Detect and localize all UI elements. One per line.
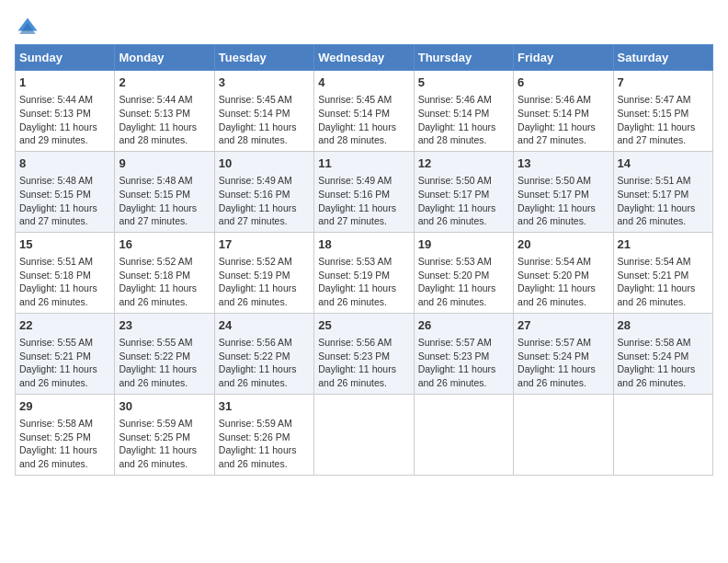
day-info: Daylight: 11 hours <box>518 121 609 134</box>
calendar-cell: 3Sunrise: 5:45 AMSunset: 5:14 PMDaylight… <box>214 71 313 152</box>
day-info: Daylight: 11 hours <box>618 362 709 376</box>
day-info: Daylight: 11 hours <box>318 121 409 134</box>
calendar-cell: 17Sunrise: 5:52 AMSunset: 5:19 PMDayligh… <box>214 232 313 313</box>
day-info: Daylight: 11 hours <box>119 443 210 457</box>
day-info: Daylight: 11 hours <box>618 121 709 134</box>
day-number: 22 <box>19 317 110 334</box>
day-info: Sunset: 5:17 PM <box>618 188 709 201</box>
day-number: 5 <box>418 75 509 91</box>
day-info: and 26 minutes. <box>318 295 409 309</box>
day-info: Daylight: 11 hours <box>219 201 310 215</box>
day-info: Daylight: 11 hours <box>318 362 409 376</box>
day-info: Sunset: 5:16 PM <box>318 188 409 201</box>
calendar-cell: 8Sunrise: 5:48 AMSunset: 5:15 PMDaylight… <box>16 151 115 232</box>
calendar-cell: 24Sunrise: 5:56 AMSunset: 5:22 PMDayligh… <box>214 313 313 394</box>
day-number: 23 <box>119 317 210 334</box>
day-info: and 26 minutes. <box>19 376 110 390</box>
day-info: Sunset: 5:14 PM <box>219 107 310 121</box>
calendar-cell <box>613 394 712 475</box>
day-info: and 26 minutes. <box>518 295 609 309</box>
calendar-cell: 20Sunrise: 5:54 AMSunset: 5:20 PMDayligh… <box>514 232 613 313</box>
day-info: Sunset: 5:15 PM <box>119 188 210 201</box>
day-info: and 26 minutes. <box>119 376 210 390</box>
day-info: Daylight: 11 hours <box>618 282 709 295</box>
day-info: Daylight: 11 hours <box>119 121 210 134</box>
calendar-header-monday: Monday <box>115 45 214 71</box>
day-info: and 26 minutes. <box>418 295 509 309</box>
day-info: and 26 minutes. <box>19 457 110 471</box>
calendar-week-row: 1Sunrise: 5:44 AMSunset: 5:13 PMDaylight… <box>16 71 713 152</box>
day-info: Sunrise: 5:58 AM <box>19 417 110 431</box>
day-number: 16 <box>119 236 210 253</box>
day-info: Sunset: 5:15 PM <box>19 188 110 201</box>
day-number: 25 <box>318 317 409 334</box>
day-info: Daylight: 11 hours <box>119 282 210 295</box>
day-info: Sunrise: 5:56 AM <box>318 336 409 350</box>
day-info: Daylight: 11 hours <box>119 362 210 376</box>
day-info: Sunset: 5:25 PM <box>19 431 110 444</box>
day-info: Sunrise: 5:50 AM <box>418 174 509 188</box>
day-info: Daylight: 11 hours <box>19 362 110 376</box>
day-info: Daylight: 11 hours <box>219 362 310 376</box>
day-info: Daylight: 11 hours <box>318 201 409 215</box>
calendar-cell: 23Sunrise: 5:55 AMSunset: 5:22 PMDayligh… <box>115 313 214 394</box>
day-number: 2 <box>119 75 210 91</box>
calendar-cell: 11Sunrise: 5:49 AMSunset: 5:16 PMDayligh… <box>314 151 414 232</box>
day-info: Sunset: 5:20 PM <box>518 269 609 282</box>
day-number: 9 <box>119 155 210 172</box>
day-info: and 27 minutes. <box>618 133 709 147</box>
day-info: and 26 minutes. <box>618 376 709 390</box>
calendar-cell <box>414 394 513 475</box>
day-number: 14 <box>618 155 709 172</box>
day-info: Sunset: 5:19 PM <box>318 269 409 282</box>
calendar-cell: 2Sunrise: 5:44 AMSunset: 5:13 PMDaylight… <box>115 71 214 152</box>
day-info: and 26 minutes. <box>19 295 110 309</box>
day-info: Sunrise: 5:46 AM <box>518 93 609 107</box>
day-info: Sunset: 5:24 PM <box>618 350 709 363</box>
day-info: Sunrise: 5:49 AM <box>219 174 310 188</box>
day-info: and 26 minutes. <box>318 376 409 390</box>
calendar-cell: 18Sunrise: 5:53 AMSunset: 5:19 PMDayligh… <box>314 232 414 313</box>
day-info: and 26 minutes. <box>219 295 310 309</box>
day-number: 1 <box>19 75 110 91</box>
day-info: Sunset: 5:20 PM <box>418 269 509 282</box>
day-number: 31 <box>219 398 310 415</box>
calendar-cell: 25Sunrise: 5:56 AMSunset: 5:23 PMDayligh… <box>314 313 414 394</box>
day-info: Daylight: 11 hours <box>19 201 110 215</box>
calendar-cell: 19Sunrise: 5:53 AMSunset: 5:20 PMDayligh… <box>414 232 513 313</box>
day-info: Sunset: 5:19 PM <box>219 269 310 282</box>
calendar-cell: 4Sunrise: 5:45 AMSunset: 5:14 PMDaylight… <box>314 71 414 152</box>
calendar-cell: 22Sunrise: 5:55 AMSunset: 5:21 PMDayligh… <box>16 313 115 394</box>
calendar-cell: 15Sunrise: 5:51 AMSunset: 5:18 PMDayligh… <box>16 232 115 313</box>
header <box>15 15 713 40</box>
day-info: and 27 minutes. <box>518 133 609 147</box>
day-info: Sunset: 5:21 PM <box>19 350 110 363</box>
calendar-cell: 28Sunrise: 5:58 AMSunset: 5:24 PMDayligh… <box>613 313 712 394</box>
day-info: and 28 minutes. <box>318 133 409 147</box>
day-info: Sunset: 5:16 PM <box>219 188 310 201</box>
day-number: 11 <box>318 155 409 172</box>
day-info: Sunset: 5:14 PM <box>518 107 609 121</box>
calendar-header-thursday: Thursday <box>414 45 513 71</box>
day-info: Daylight: 11 hours <box>19 282 110 295</box>
day-info: Daylight: 11 hours <box>518 201 609 215</box>
day-info: and 26 minutes. <box>119 295 210 309</box>
day-info: Sunrise: 5:59 AM <box>119 417 210 431</box>
day-info: Sunset: 5:25 PM <box>119 431 210 444</box>
day-info: Daylight: 11 hours <box>618 201 709 215</box>
day-info: Daylight: 11 hours <box>119 201 210 215</box>
day-info: Sunset: 5:22 PM <box>219 350 310 363</box>
day-info: Sunrise: 5:48 AM <box>19 174 110 188</box>
day-number: 30 <box>119 398 210 415</box>
calendar-table: SundayMondayTuesdayWednesdayThursdayFrid… <box>15 44 713 476</box>
day-info: Sunrise: 5:58 AM <box>618 336 709 350</box>
day-number: 13 <box>518 155 609 172</box>
day-info: and 27 minutes. <box>19 214 110 228</box>
calendar-cell: 9Sunrise: 5:48 AMSunset: 5:15 PMDaylight… <box>115 151 214 232</box>
day-info: Sunset: 5:24 PM <box>518 350 609 363</box>
day-number: 29 <box>19 398 110 415</box>
day-info: Sunrise: 5:53 AM <box>318 255 409 269</box>
day-number: 18 <box>318 236 409 253</box>
day-info: and 26 minutes. <box>418 376 509 390</box>
day-info: Daylight: 11 hours <box>318 282 409 295</box>
